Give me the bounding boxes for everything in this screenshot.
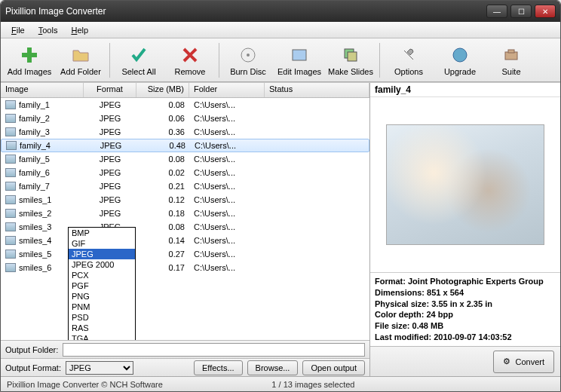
disc-icon xyxy=(238,44,259,66)
folder-icon xyxy=(70,44,91,66)
col-status[interactable]: Status xyxy=(265,83,369,97)
menubar: File Tools Help xyxy=(1,22,560,38)
table-row[interactable]: smiles_2JPEG0.18C:\Users\... xyxy=(1,207,369,220)
thumbnail-icon xyxy=(5,250,16,259)
statusbar: Pixillion Image Converter © NCH Software… xyxy=(1,376,560,391)
table-row[interactable]: smiles_40.14C:\Users\... xyxy=(1,234,369,247)
preview-panel: family_4 Format: Joint Photographic Expe… xyxy=(370,83,560,376)
col-folder[interactable]: Folder xyxy=(189,83,265,97)
remove-button[interactable]: Remove xyxy=(164,41,216,80)
upgrade-button[interactable]: Upgrade xyxy=(434,41,486,80)
make-slides-button[interactable]: Make Slides xyxy=(325,41,376,80)
dropdown-option[interactable]: TGA xyxy=(69,333,135,340)
meta-filesize: File size: 0.48 MB xyxy=(375,320,556,332)
status-left: Pixillion Image Converter © NCH Software xyxy=(7,380,163,389)
toolbar-separator xyxy=(109,43,110,78)
burn-disc-button[interactable]: Burn Disc xyxy=(222,41,274,80)
dropdown-option[interactable]: BMP xyxy=(69,228,135,238)
thumbnail-icon xyxy=(5,236,16,245)
check-icon xyxy=(128,44,149,66)
preview-filename: family_4 xyxy=(370,83,560,97)
globe-icon xyxy=(449,44,471,66)
wrench-icon xyxy=(398,44,419,66)
table-row[interactable]: family_4JPEG0.48C:\Users\... xyxy=(1,139,369,152)
output-format-select[interactable]: JPEG xyxy=(66,361,133,375)
image-icon xyxy=(289,44,310,66)
svg-rect-6 xyxy=(348,52,357,61)
format-dropdown[interactable]: BMPGIFJPEGJPEG 2000PCXPGFPNGPNMPSDRASTGA… xyxy=(68,227,136,340)
close-button[interactable]: ✕ xyxy=(535,5,556,18)
table-row[interactable]: smiles_60.17C:\Users\... xyxy=(1,261,369,274)
add-images-button[interactable]: Add Images xyxy=(4,41,55,80)
table-row[interactable]: smiles_1JPEG0.12C:\Users\... xyxy=(1,193,369,207)
remove-icon xyxy=(179,44,201,66)
menu-help[interactable]: Help xyxy=(65,24,94,36)
convert-icon: ⚙ xyxy=(503,357,510,366)
dropdown-option[interactable]: PSD xyxy=(69,312,135,323)
thumbnail-icon xyxy=(5,100,16,109)
meta-physical: Physical size: 3.55 in x 2.35 in xyxy=(375,299,556,310)
list-header: Image Format Size (MB) Folder Status xyxy=(1,83,369,98)
suite-icon xyxy=(501,44,522,66)
svg-rect-4 xyxy=(293,50,306,60)
col-image[interactable]: Image xyxy=(1,83,84,97)
dropdown-option[interactable]: GIF xyxy=(69,238,135,249)
preview-metadata: Format: Joint Photographic Experts Group… xyxy=(370,272,560,346)
thumbnail-icon xyxy=(5,195,16,204)
add-folder-button[interactable]: Add Folder xyxy=(55,41,106,80)
table-row[interactable]: family_2JPEG0.06C:\Users\... xyxy=(1,112,369,125)
minimize-button[interactable]: — xyxy=(486,5,507,18)
convert-button[interactable]: ⚙ Convert xyxy=(493,351,554,373)
titlebar: Pixillion Image Converter — ☐ ✕ xyxy=(1,1,560,22)
thumbnail-icon xyxy=(5,209,16,218)
col-format[interactable]: Format xyxy=(84,83,136,97)
dropdown-option[interactable]: JPEG 2000 xyxy=(69,259,135,270)
table-row[interactable]: family_7JPEG0.21C:\Users\... xyxy=(1,179,369,193)
meta-depth: Color depth: 24 bpp xyxy=(375,309,556,320)
dropdown-option[interactable]: RAS xyxy=(69,323,135,333)
svg-rect-9 xyxy=(508,50,514,53)
plus-icon xyxy=(19,44,40,66)
open-output-button[interactable]: Open output xyxy=(302,360,365,375)
svg-point-7 xyxy=(453,48,467,62)
edit-images-button[interactable]: Edit Images xyxy=(274,41,325,80)
thumbnail-icon xyxy=(6,141,17,150)
thumbnail-icon xyxy=(5,114,16,123)
suite-button[interactable]: Suite xyxy=(486,41,537,80)
table-row[interactable]: family_1JPEG0.08C:\Users\... xyxy=(1,98,369,112)
status-center: 1 / 13 images selected xyxy=(163,380,464,389)
dropdown-option[interactable]: PCX xyxy=(69,270,135,280)
table-row[interactable]: family_5JPEG0.08C:\Users\... xyxy=(1,152,369,166)
dropdown-option[interactable]: PGF xyxy=(69,280,135,291)
table-row[interactable]: family_3JPEG0.36C:\Users\... xyxy=(1,125,369,139)
meta-dimensions: Dimensions: 851 x 564 xyxy=(375,287,556,299)
dropdown-option[interactable]: PNG xyxy=(69,291,135,302)
options-button[interactable]: Options xyxy=(383,41,434,80)
svg-rect-1 xyxy=(22,53,37,57)
table-row[interactable]: family_6JPEG0.02C:\Users\... xyxy=(1,166,369,179)
effects-button[interactable]: Effects... xyxy=(194,360,243,375)
menu-tools[interactable]: Tools xyxy=(32,24,64,36)
preview-image-area xyxy=(370,97,560,272)
thumbnail-icon xyxy=(5,263,16,272)
toolbar: Add Images Add Folder Select All Remove … xyxy=(1,38,560,82)
maximize-button[interactable]: ☐ xyxy=(510,5,532,18)
table-row[interactable]: smiles_50.27C:\Users\... xyxy=(1,247,369,261)
thumbnail-icon xyxy=(5,127,16,136)
output-format-row: Output Format: JPEG Effects... Browse...… xyxy=(1,358,369,376)
menu-file[interactable]: File xyxy=(5,24,31,36)
select-all-button[interactable]: Select All xyxy=(113,41,164,80)
preview-image xyxy=(386,124,544,245)
output-format-label: Output Format: xyxy=(5,363,61,372)
col-size[interactable]: Size (MB) xyxy=(136,83,189,97)
thumbnail-icon xyxy=(5,182,16,191)
list-body[interactable]: family_1JPEG0.08C:\Users\...family_2JPEG… xyxy=(1,98,369,340)
table-row[interactable]: smiles_3JPEG0.08C:\Users\... xyxy=(1,220,369,234)
convert-row: ⚙ Convert xyxy=(370,346,560,376)
svg-point-3 xyxy=(247,54,250,57)
toolbar-separator xyxy=(379,43,380,78)
dropdown-option[interactable]: JPEG xyxy=(69,249,135,259)
dropdown-option[interactable]: PNM xyxy=(69,302,135,312)
browse-button[interactable]: Browse... xyxy=(247,360,299,375)
output-folder-input[interactable] xyxy=(63,343,365,357)
